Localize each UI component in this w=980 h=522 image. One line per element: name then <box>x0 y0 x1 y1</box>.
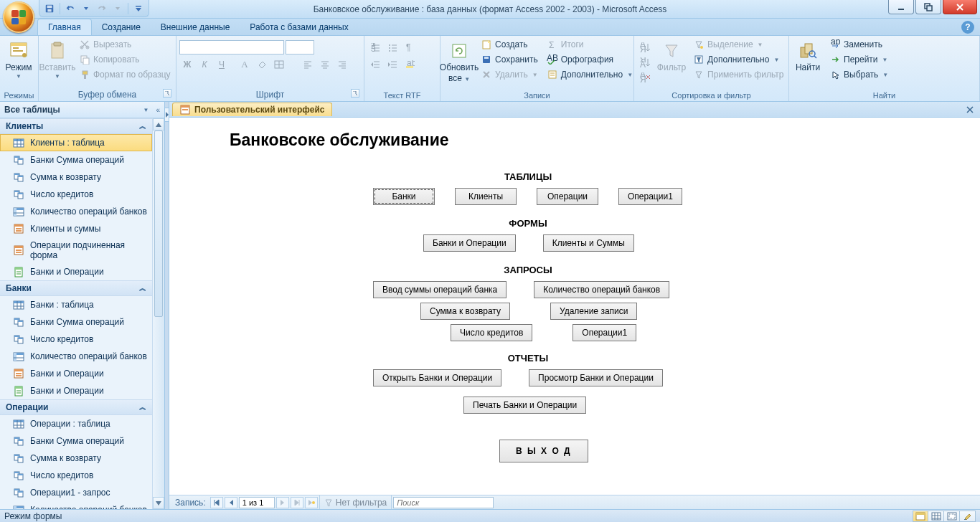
scroll-down-icon[interactable] <box>153 497 164 509</box>
textdir-button[interactable]: ¶ <box>402 40 418 54</box>
document-tab[interactable]: Пользовательский интерфейс <box>172 103 332 116</box>
btn-query-kolichestvo[interactable]: Количество операций банков <box>534 281 669 298</box>
increase-indent-button[interactable] <box>385 57 400 72</box>
spelling-button[interactable]: ABCОрфография <box>544 52 636 67</box>
btn-report-open[interactable]: Открыть Банки и Операции <box>373 369 501 386</box>
scroll-thumb[interactable] <box>154 130 163 317</box>
close-button[interactable] <box>943 0 977 14</box>
nav-item[interactable]: Число кредитов <box>0 467 152 484</box>
clear-sort-button[interactable]: АЯ <box>637 70 653 85</box>
help-icon[interactable]: ? <box>961 21 974 34</box>
navpane-header[interactable]: Все таблицы ▼ « <box>0 102 164 118</box>
nav-item[interactable]: Банки Сумма операций <box>0 432 152 450</box>
nav-item[interactable]: Количество операций банков <box>0 348 152 365</box>
nav-item[interactable]: Клиенты и суммы <box>0 220 152 237</box>
font-name-combo[interactable] <box>179 40 284 54</box>
sort-asc-button[interactable]: АЯ <box>637 40 653 54</box>
btn-exit[interactable]: В Ы Х О Д <box>499 440 588 462</box>
maximize-button[interactable] <box>915 0 941 14</box>
recnav-filter-status[interactable]: Нет фильтра <box>319 495 392 509</box>
nav-item[interactable]: Количество операций банков <box>0 203 152 220</box>
scroll-up-icon[interactable] <box>153 118 164 130</box>
nav-item[interactable]: Банки Сумма операций <box>0 151 152 169</box>
dialog-launcher-icon[interactable] <box>351 89 359 98</box>
tab-create[interactable]: Создание <box>92 19 151 35</box>
find-button[interactable]: Найти <box>792 37 824 75</box>
nav-item[interactable]: Число кредитов <box>0 186 152 203</box>
btn-report-preview[interactable]: Просмотр Банки и Операции <box>529 369 663 386</box>
refresh-all-button[interactable]: Обновить все ▼ <box>443 37 475 86</box>
shutter-left-icon[interactable]: « <box>156 106 160 114</box>
btn-tables-operatsii1[interactable]: Операции1 <box>618 188 682 205</box>
numbered-list-button[interactable]: 123 <box>367 40 383 54</box>
recnav-search-input[interactable] <box>393 497 494 508</box>
nav-item[interactable]: Банки и Операции <box>0 263 152 280</box>
delete-record-button[interactable]: Удалить▼ <box>478 67 541 82</box>
btn-report-print[interactable]: Печать Банки и Операции <box>463 397 586 414</box>
highlight-button[interactable]: ab <box>402 57 418 72</box>
undo-icon[interactable] <box>63 1 77 16</box>
selection-filter-button[interactable]: Выделение▼ <box>690 37 786 52</box>
align-left-button[interactable] <box>300 57 316 72</box>
bold-button[interactable]: Ж <box>179 57 195 72</box>
nav-group-header[interactable]: Операции︽ <box>0 399 152 415</box>
recnav-next-button[interactable] <box>276 497 289 508</box>
nav-item[interactable]: Количество операций банков <box>0 501 152 509</box>
toggle-filter-button[interactable]: Применить фильтр <box>690 67 786 82</box>
office-button[interactable] <box>3 1 34 33</box>
redo-icon[interactable] <box>95 1 109 16</box>
goto-button[interactable]: Перейти▼ <box>826 52 891 67</box>
view-design-button[interactable] <box>960 511 976 522</box>
qat-customize-icon[interactable] <box>131 1 146 16</box>
undo-dropdown-icon[interactable] <box>79 1 93 16</box>
format-painter-button[interactable]: Формат по образцу <box>76 67 174 82</box>
recnav-prev-button[interactable] <box>225 497 237 508</box>
tab-close-button[interactable] <box>964 104 976 115</box>
align-center-button[interactable] <box>317 57 333 72</box>
filter-button[interactable]: Фильтр <box>656 37 687 75</box>
nav-item[interactable]: Сумма к возврату <box>0 450 152 467</box>
view-datasheet-button[interactable] <box>928 511 944 522</box>
align-right-button[interactable] <box>334 57 350 72</box>
paste-button[interactable]: Вставить ▼ <box>42 37 73 83</box>
nav-item[interactable]: Банки и Операции <box>0 382 152 399</box>
fill-color-button[interactable] <box>254 57 270 72</box>
nav-item[interactable]: Банки Сумма операций <box>0 313 152 331</box>
btn-query-summa-vozvrat[interactable]: Сумма к возврату <box>420 303 510 320</box>
tab-externaldata[interactable]: Внешние данные <box>151 19 240 35</box>
nav-scrollbar[interactable] <box>152 118 164 509</box>
bulleted-list-button[interactable] <box>385 40 400 54</box>
decrease-indent-button[interactable] <box>367 57 383 72</box>
nav-group-header[interactable]: Клиенты︽ <box>0 118 152 134</box>
recnav-first-button[interactable] <box>210 497 223 508</box>
new-record-button[interactable]: Создать <box>478 37 541 52</box>
btn-query-operatsii1[interactable]: Операции1 <box>573 324 636 341</box>
font-color-button[interactable]: A <box>237 57 253 72</box>
btn-tables-operatsii[interactable]: Операции <box>537 188 598 205</box>
recnav-position-input[interactable] <box>239 497 275 508</box>
view-form-button[interactable] <box>913 511 928 522</box>
recnav-search[interactable] <box>393 497 494 508</box>
shutter-right-icon[interactable] <box>164 108 169 122</box>
nav-item[interactable]: Банки : таблица <box>0 296 152 313</box>
advanced-filter-button[interactable]: Дополнительно▼ <box>690 52 786 67</box>
save-icon[interactable] <box>42 1 57 16</box>
view-layout-button[interactable] <box>944 511 960 522</box>
dialog-launcher-icon[interactable] <box>163 89 171 98</box>
underline-button[interactable]: Ч <box>214 57 230 72</box>
nav-item[interactable]: Операции подчиненная форма <box>0 237 152 263</box>
nav-item[interactable]: Число кредитов <box>0 331 152 348</box>
more-records-button[interactable]: Дополнительно▼ <box>544 67 636 82</box>
recnav-new-button[interactable] <box>305 497 318 508</box>
cut-button[interactable]: Вырезать <box>76 37 174 52</box>
view-button[interactable]: Режим ▼ <box>3 37 34 83</box>
font-size-combo[interactable] <box>286 40 314 54</box>
nav-group-header[interactable]: Банки︽ <box>0 280 152 296</box>
navpane-splitter[interactable] <box>165 102 169 509</box>
tab-home[interactable]: Главная <box>37 19 92 35</box>
recnav-last-button[interactable] <box>291 497 303 508</box>
nav-item[interactable]: Операции1 - запрос <box>0 484 152 501</box>
btn-query-udalenie[interactable]: Удаление записи <box>550 303 637 320</box>
btn-forms-banki-operatsii[interactable]: Банки и Операции <box>423 234 516 252</box>
btn-tables-banki[interactable]: Банки <box>373 188 435 205</box>
